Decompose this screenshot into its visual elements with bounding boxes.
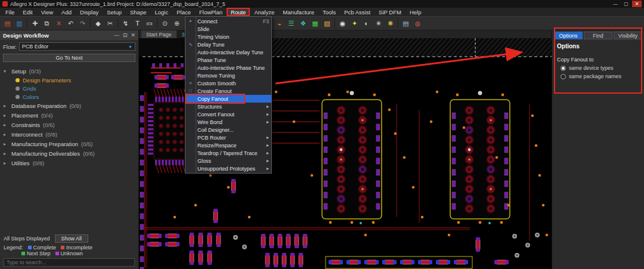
add-connect-icon[interactable]: ↯ xyxy=(120,18,131,29)
menu-item-manufacture[interactable]: Manufacture xyxy=(278,8,318,16)
menu-item-pcb-assist[interactable]: Pcb Assist xyxy=(340,8,374,16)
route-menu-item-convert-fanout[interactable]: Convert Fanout▸ xyxy=(185,110,271,118)
chevron-icon[interactable]: ▸ xyxy=(4,132,8,137)
route-menu-item-timing-vision[interactable]: Timing Vision xyxy=(185,33,271,41)
minimize-panel-icon[interactable]: — xyxy=(114,32,119,38)
workflow-step-manufacturing-deliverables[interactable]: ▸Manufacturing Deliverables(0/6) xyxy=(0,149,138,158)
undo-icon[interactable]: ↶ xyxy=(65,18,76,29)
menu-item-analyze[interactable]: Analyze xyxy=(250,8,278,16)
flashlight-icon[interactable]: ✦ xyxy=(349,18,360,29)
shape-add-icon[interactable]: ▭ xyxy=(144,18,155,29)
menu-item-flowplan[interactable]: FlowPlan xyxy=(195,8,227,16)
menu-item-view[interactable]: View xyxy=(37,8,57,16)
workflow-step-manufacturing-preparation[interactable]: ▸Manufacturing Preparation(0/5) xyxy=(0,139,138,149)
text-icon[interactable]: T xyxy=(132,18,143,29)
route-menu-item-resize-respace[interactable]: Resize/Respace▸ xyxy=(185,141,271,149)
route-menu-item-auto-interactive-delay-tune[interactable]: Auto-interactive Delay Tune xyxy=(185,48,271,56)
tab-start-page[interactable]: Start Page xyxy=(141,30,177,38)
highlight-icon[interactable]: ◉ xyxy=(337,18,348,29)
menu-item-help[interactable]: Help xyxy=(405,8,426,16)
spreadsheet-icon[interactable]: ▦ xyxy=(309,18,321,29)
save-icon[interactable]: ▥ xyxy=(14,18,25,29)
menu-item-sip-dfm[interactable]: SiP DFM xyxy=(374,8,405,16)
panel-tab-options[interactable]: Options xyxy=(554,32,583,39)
menu-item-setup[interactable]: Setup xyxy=(103,8,126,16)
route-menu-item-remove-tuning[interactable]: Remove Tuning xyxy=(185,72,271,79)
route-menu-item-phase-tune[interactable]: Phase Tune xyxy=(185,56,271,64)
close-panel-icon[interactable]: ✕ xyxy=(131,32,135,38)
zoom-in-icon[interactable]: ⊕ xyxy=(171,18,182,29)
layers-icon[interactable]: ☰ xyxy=(286,18,297,29)
workflow-substep-grids[interactable]: Grids xyxy=(0,84,138,92)
menu-item-tools[interactable]: Tools xyxy=(318,8,340,16)
workflow-step-setup[interactable]: ▾Setup(0/3) xyxy=(0,66,138,76)
menu-item-logic[interactable]: Logic xyxy=(150,8,172,16)
flow-select[interactable]: PCB Editor ▼ xyxy=(19,42,135,51)
route-menu-item-structures[interactable]: Structures▸ xyxy=(185,103,271,110)
workflow-step-utilities[interactable]: ▸Utilities(0/8) xyxy=(0,158,138,168)
legend-next-step: Next Step xyxy=(21,251,51,256)
route-menu-item-unsupported-prototypes[interactable]: Unsupported Prototypes▸ xyxy=(185,165,271,172)
menu-item-place[interactable]: Place xyxy=(172,8,195,16)
maximize-button[interactable]: ▢ xyxy=(621,1,631,7)
route-menu-item-connect[interactable]: ⌖ConnectF3 xyxy=(185,17,271,25)
show-all-button[interactable]: Show All xyxy=(55,234,89,243)
redo-icon[interactable]: ↷ xyxy=(77,18,88,29)
workflow-step-interconnect[interactable]: ▸Interconnect(0/8) xyxy=(0,129,138,139)
close-button[interactable]: ✕ xyxy=(632,1,642,7)
route-menu-item-coil-designer[interactable]: Coil Designer... xyxy=(185,126,271,134)
open-design-icon[interactable]: ▤ xyxy=(2,18,13,29)
move-icon[interactable]: ✚ xyxy=(29,18,41,29)
menu-item-edit[interactable]: Edit xyxy=(18,8,36,16)
panel-tab-visibility[interactable]: Visibility xyxy=(614,32,642,39)
chevron-icon[interactable]: ▸ xyxy=(4,103,8,109)
shape-edit-icon[interactable]: ❖ xyxy=(298,18,309,29)
shadow-mode-icon[interactable]: ✳ xyxy=(373,18,384,29)
menu-item-add[interactable]: Add xyxy=(57,8,76,16)
route-menu-item-custom-smooth[interactable]: ≈Custom Smooth xyxy=(185,79,271,87)
panel-tab-find[interactable]: Find xyxy=(584,32,612,39)
workflow-search-input[interactable] xyxy=(4,258,135,267)
chevron-icon[interactable]: ▸ xyxy=(4,122,8,128)
route-menu-item-auto-interactive-phase-tune[interactable]: Auto-interactive Phase Tune xyxy=(185,64,271,72)
float-panel-icon[interactable]: ⊡ xyxy=(123,32,128,38)
route-menu-item-create-fanout[interactable]: ∷Create Fanout xyxy=(185,87,271,95)
workflow-substep-design-parameters[interactable]: Design Parameters xyxy=(0,76,138,84)
chevron-icon[interactable]: ▸ xyxy=(4,151,8,156)
route-menu-item-teardrop-tapered-trace[interactable]: Teardrop / Tapered Trace▸ xyxy=(185,149,271,157)
workflow-step-constraints[interactable]: ▸Constraints(0/6) xyxy=(0,120,138,129)
minimize-button[interactable]: — xyxy=(611,1,620,7)
copy-icon[interactable]: ⧉ xyxy=(41,18,52,29)
zoom-points-icon[interactable]: ⊙ xyxy=(159,18,171,29)
menu-item-shape[interactable]: Shape xyxy=(126,8,150,16)
workflow-step-placement[interactable]: ▸Placement(0/4) xyxy=(0,110,138,120)
route-menu-item-gloss[interactable]: Gloss▸ xyxy=(185,157,271,165)
chevron-icon[interactable]: ▸ xyxy=(4,160,8,166)
menu-item-route[interactable]: Route xyxy=(227,8,250,16)
vertex-edit-icon[interactable]: ◆ xyxy=(92,18,104,29)
route-menu-item-copy-fanout[interactable]: Copy Fanout xyxy=(185,95,271,103)
radio-same-package-names[interactable]: same package names xyxy=(552,72,644,81)
menu-item-file[interactable]: File xyxy=(1,8,18,16)
library-icon[interactable]: ▧ xyxy=(321,18,333,29)
route-menu-item-pcb-router[interactable]: PCB Router▸ xyxy=(185,134,271,141)
route-menu-item-delay-tune[interactable]: ∿Delay Tune xyxy=(185,41,271,48)
menu-item-display[interactable]: Display xyxy=(76,8,103,16)
dim-icon[interactable]: ◐ xyxy=(361,18,372,29)
properties-icon[interactable]: ▤ xyxy=(400,18,411,29)
cut-icon[interactable]: ✂ xyxy=(104,18,116,29)
workflow-substep-colors[interactable]: Colors xyxy=(0,92,138,101)
window-title: Allegro X Designer Plus: 3327unroute_1.b… xyxy=(10,1,225,7)
delete-icon[interactable]: ✕ xyxy=(53,18,64,29)
route-menu-item-slide[interactable]: Slide xyxy=(185,25,271,33)
workflow-step-database-preparation[interactable]: ▸Database Preparation(0/9) xyxy=(0,101,138,110)
color-dialog-icon[interactable]: ◒ xyxy=(274,18,285,29)
route-menu-item-wire-bond[interactable]: Wire Bond▸ xyxy=(185,118,271,126)
chevron-icon[interactable]: ▸ xyxy=(4,113,8,118)
chevron-icon[interactable]: ▸ xyxy=(4,141,8,147)
sun-mode-icon[interactable]: ✺ xyxy=(385,18,396,29)
go-to-next-button[interactable]: Go To Next xyxy=(3,54,135,62)
status-icon[interactable]: ◍ xyxy=(412,18,423,29)
radio-same-device-types[interactable]: same device types xyxy=(552,64,644,72)
chevron-icon[interactable]: ▾ xyxy=(4,69,8,74)
